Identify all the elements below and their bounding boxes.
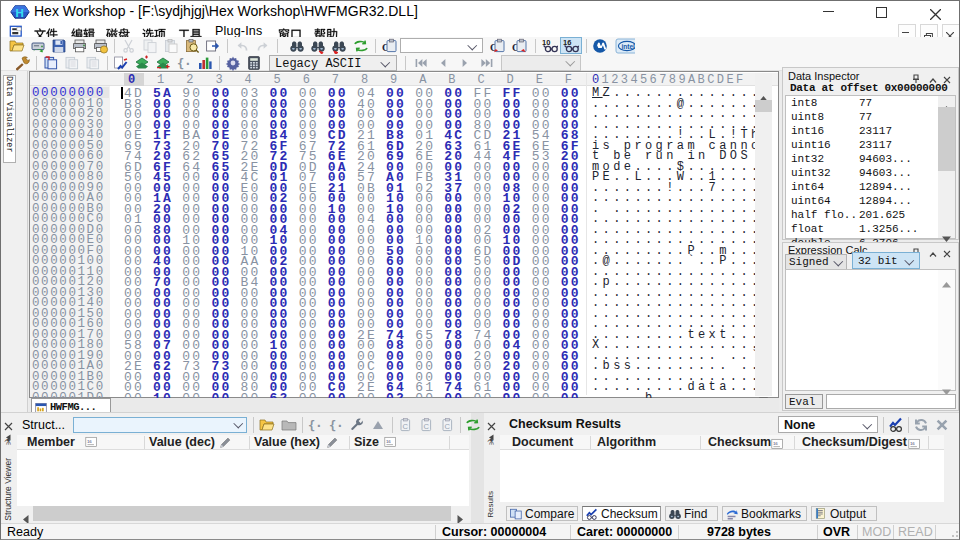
svg-text:C: C bbox=[403, 422, 409, 431]
svg-text:{··}: {··} bbox=[177, 57, 192, 71]
svg-text:C: C bbox=[424, 422, 430, 431]
svg-text:16: 16 bbox=[773, 441, 778, 446]
svg-text:10: 10 bbox=[542, 38, 550, 47]
svg-text:C: C bbox=[445, 422, 451, 431]
svg-text:16: 16 bbox=[87, 439, 92, 444]
svg-text:{··}: {··} bbox=[308, 419, 323, 433]
svg-text:{··}: {··} bbox=[329, 419, 344, 433]
svg-text:intel: intel bbox=[621, 43, 635, 50]
svg-text:16: 16 bbox=[563, 38, 571, 47]
svg-text:16: 16 bbox=[910, 441, 915, 446]
svg-text:16: 16 bbox=[386, 439, 391, 444]
svg-text:H: H bbox=[16, 7, 24, 19]
